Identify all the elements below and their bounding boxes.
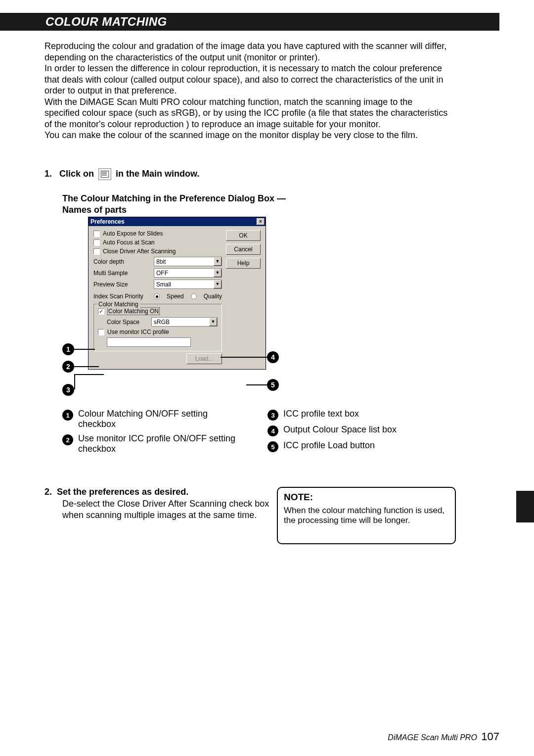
callout-badge-1: 1 bbox=[62, 343, 74, 355]
preview-size-value: Small bbox=[156, 281, 171, 288]
page-header: COLOUR MATCHING bbox=[0, 13, 499, 31]
close-driver-row: Close Driver After Scanning bbox=[93, 248, 222, 255]
legend-item-5: 5 ICC profile Load button bbox=[267, 440, 453, 452]
page-title: COLOUR MATCHING bbox=[45, 15, 167, 29]
legend-text-2: Use monitor ICC profile ON/OFF setting c… bbox=[78, 433, 248, 454]
color-depth-label: Color depth bbox=[93, 258, 149, 265]
auto-expose-row: Auto Expose for Slides bbox=[93, 230, 222, 237]
ok-button[interactable]: OK bbox=[226, 230, 261, 241]
callout-badge-4: 4 bbox=[267, 351, 279, 363]
callout-line-5 bbox=[246, 384, 268, 385]
legend-badge-4: 4 bbox=[267, 425, 278, 436]
load-button[interactable]: Load... bbox=[186, 353, 222, 364]
step1-num: 1. bbox=[44, 169, 52, 179]
legend-badge-5: 5 bbox=[267, 441, 278, 452]
auto-focus-checkbox[interactable] bbox=[93, 239, 100, 246]
legend-item-4: 4 Output Colour Space list box bbox=[267, 425, 453, 436]
cm-on-row: Color Matching ON bbox=[98, 307, 218, 315]
dialog-body: Auto Expose for Slides Auto Focus at Sca… bbox=[89, 226, 266, 369]
dialog-titlebar: Preferences × bbox=[89, 217, 266, 226]
color-space-value: sRGB bbox=[154, 319, 170, 326]
chevron-down-icon: ▼ bbox=[214, 269, 222, 277]
color-depth-select[interactable]: 8bit ▼ bbox=[154, 257, 222, 266]
intro-p1: Reproducing the colour and gradation of … bbox=[44, 41, 446, 62]
color-space-label: Color Space bbox=[107, 319, 146, 326]
note-title: NOTE: bbox=[284, 492, 449, 503]
step1-pre: Click on bbox=[59, 169, 94, 179]
color-depth-row: Color depth 8bit ▼ bbox=[93, 257, 222, 266]
speed-label: Speed bbox=[167, 293, 184, 300]
step2-sub: De-select the Close Driver After Scannin… bbox=[62, 498, 272, 520]
auto-focus-row: Auto Focus at Scan bbox=[93, 239, 222, 246]
auto-expose-checkbox[interactable] bbox=[93, 231, 100, 237]
note-box: NOTE: When the colour matching function … bbox=[277, 487, 456, 544]
multi-sample-row: Multi Sample OFF ▼ bbox=[93, 268, 222, 278]
intro-p2: In order to lessen the difference in col… bbox=[44, 63, 443, 95]
page-footer: DiMAGE Scan Multi PRO 107 bbox=[388, 730, 499, 743]
quality-radio[interactable] bbox=[191, 293, 197, 299]
legend-col-right: 3 ICC profile text box 4 Output Colour S… bbox=[267, 409, 453, 458]
color-space-select[interactable]: sRGB ▼ bbox=[151, 317, 218, 327]
callout-line-3a bbox=[74, 374, 75, 389]
legend-badge-3: 3 bbox=[267, 410, 278, 421]
intro-text: Reproducing the colour and gradation of … bbox=[44, 41, 450, 141]
preview-size-label: Preview Size bbox=[93, 281, 149, 288]
callout-legend: 1 Colour Matching ON/OFF setting checkbo… bbox=[62, 409, 453, 458]
index-scan-row: Index Scan Priority Speed Quality bbox=[93, 293, 222, 300]
intro-p4: You can make the colour of the scanned i… bbox=[44, 130, 418, 140]
legend-item-3: 3 ICC profile text box bbox=[267, 409, 453, 421]
close-driver-checkbox[interactable] bbox=[93, 248, 100, 255]
legend-text-5: ICC profile Load button bbox=[283, 440, 375, 451]
index-scan-label: Index Scan Priority bbox=[93, 293, 149, 300]
step2-num: 2. bbox=[44, 487, 52, 497]
chevron-down-icon: ▼ bbox=[214, 257, 222, 266]
dialog-left: Auto Expose for Slides Auto Focus at Sca… bbox=[93, 230, 222, 364]
icc-profile-textbox[interactable] bbox=[107, 337, 191, 347]
help-button[interactable]: Help bbox=[226, 258, 261, 269]
callout-badge-3: 3 bbox=[62, 384, 74, 396]
preferences-dialog-wrap: Preferences × Auto Expose for Slides Aut… bbox=[88, 217, 266, 370]
legend-text-1: Colour Matching ON/OFF setting checkbox bbox=[78, 409, 248, 429]
preferences-icon bbox=[98, 168, 111, 180]
multi-sample-label: Multi Sample bbox=[93, 270, 149, 277]
multi-sample-select[interactable]: OFF ▼ bbox=[154, 268, 222, 278]
auto-expose-label: Auto Expose for Slides bbox=[103, 230, 163, 237]
close-driver-label: Close Driver After Scanning bbox=[103, 248, 176, 255]
legend-item-1: 1 Colour Matching ON/OFF setting checkbo… bbox=[62, 409, 248, 429]
side-tab bbox=[516, 491, 534, 522]
caption-l2: Names of parts bbox=[62, 205, 127, 215]
preview-size-row: Preview Size Small ▼ bbox=[93, 280, 222, 289]
color-space-row: Color Space sRGB ▼ bbox=[107, 317, 218, 327]
chevron-down-icon: ▼ bbox=[214, 280, 222, 288]
dialog-title-text: Preferences bbox=[90, 218, 125, 225]
use-monitor-label: Use monitor ICC profile bbox=[107, 329, 169, 335]
dialog-caption: The Colour Matching in the Preference Di… bbox=[62, 193, 286, 215]
product-name: DiMAGE Scan Multi PRO bbox=[388, 733, 477, 742]
intro-p3: With the DiMAGE Scan Multi PRO colour ma… bbox=[44, 97, 447, 129]
step2-head: Set the preferences as desired. bbox=[57, 487, 188, 497]
color-matching-group: Color Matching Color Matching ON Color S… bbox=[93, 304, 222, 351]
step-1: 1. Click on in the Main window. bbox=[44, 168, 450, 180]
legend-text-4: Output Colour Space list box bbox=[283, 425, 397, 435]
callout-line-3b bbox=[74, 374, 104, 375]
group-legend: Color Matching bbox=[97, 301, 140, 308]
cancel-button[interactable]: Cancel bbox=[226, 244, 261, 255]
close-button[interactable]: × bbox=[257, 218, 265, 225]
load-row: Load... bbox=[93, 353, 222, 364]
preview-size-select[interactable]: Small ▼ bbox=[154, 280, 222, 289]
callout-badge-5: 5 bbox=[267, 379, 279, 391]
cm-on-label: Color Matching ON bbox=[107, 307, 160, 315]
color-matching-on-checkbox[interactable] bbox=[98, 308, 104, 315]
callout-badge-2: 2 bbox=[62, 361, 74, 373]
legend-badge-2: 2 bbox=[62, 434, 73, 445]
page-number: 107 bbox=[481, 730, 499, 743]
auto-focus-label: Auto Focus at Scan bbox=[103, 239, 155, 246]
speed-radio[interactable] bbox=[154, 293, 160, 299]
use-monitor-icc-checkbox[interactable] bbox=[98, 329, 104, 335]
dialog-right: OK Cancel Help bbox=[226, 230, 261, 364]
index-scan-radio-group: Speed Quality bbox=[154, 293, 222, 300]
legend-badge-1: 1 bbox=[62, 410, 73, 421]
caption-l1: The Colour Matching in the Preference Di… bbox=[62, 193, 286, 203]
color-depth-value: 8bit bbox=[156, 258, 166, 265]
legend-text-3: ICC profile text box bbox=[283, 409, 359, 419]
